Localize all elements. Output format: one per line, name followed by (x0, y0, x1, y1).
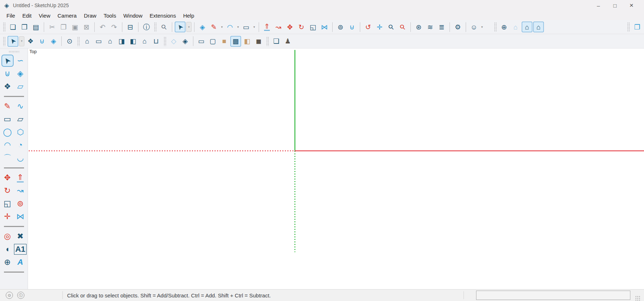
zoom-extents-button[interactable]: ⚲ (397, 22, 408, 32)
line-2-button[interactable]: ✎ (1, 100, 14, 112)
style-back-edges-button[interactable]: ◈ (180, 36, 191, 47)
resize-grip[interactable] (635, 295, 640, 301)
shapes-button[interactable]: ▭ (241, 22, 252, 32)
print-button[interactable]: ⊟ (125, 22, 136, 32)
claim-credits-icon[interactable]: ⓘ (17, 292, 24, 299)
measurements-input[interactable] (476, 291, 630, 300)
person-button[interactable]: ♟ (282, 36, 293, 47)
menu-window[interactable]: Window (120, 11, 146, 20)
menu-camera[interactable]: Camera (54, 11, 80, 20)
view-front-button[interactable]: ⌂ (105, 36, 116, 47)
compass-2-button[interactable]: ⊕ (1, 256, 14, 268)
add-location-button[interactable]: ⊙ (64, 36, 75, 47)
orbit-button[interactable]: ↺ (363, 22, 373, 32)
select-button[interactable]: ➤ (175, 22, 185, 32)
dimensions-button[interactable]: ✖ (14, 230, 27, 242)
rotated-rectangle-button[interactable]: ▱ (14, 113, 27, 125)
geolocation-icon[interactable]: ⊙ (6, 292, 13, 299)
save-file-button[interactable]: ▤ (30, 22, 41, 32)
view-top-button[interactable]: ▭ (93, 36, 104, 47)
copy-button[interactable]: ❐ (58, 22, 69, 32)
components-button[interactable]: ❖ (25, 36, 36, 47)
viewport[interactable]: Top (28, 48, 644, 289)
pie-button[interactable]: ◔ (14, 139, 27, 151)
menu-edit[interactable]: Edit (19, 11, 35, 20)
move-2-button[interactable]: ✥ (1, 172, 14, 184)
menu-extensions[interactable]: Extensions (146, 11, 179, 20)
move-button[interactable]: ✥ (285, 22, 295, 32)
follow-me-2-button[interactable]: ↝ (14, 185, 27, 197)
paste-button[interactable]: ▣ (70, 22, 80, 32)
circle-button[interactable]: ◯ (1, 126, 14, 138)
components-2-button[interactable]: ❖ (1, 80, 14, 93)
eraser-2-button[interactable]: ◈ (48, 36, 59, 47)
follow-me-button[interactable]: ↝ (273, 22, 284, 32)
model-info-button[interactable]: ⓘ (141, 22, 152, 32)
new-page-button[interactable]: ❏ (271, 36, 282, 47)
push-pull-button[interactable]: ⇑ (262, 22, 272, 32)
style-x-ray-button[interactable]: ◇ (168, 36, 179, 47)
flip-button[interactable]: ⋈ (319, 22, 330, 32)
line-button[interactable]: ✎ (208, 22, 219, 32)
extension-2-button[interactable]: ≋ (425, 22, 436, 32)
duplicate-button[interactable]: ❐ (632, 22, 643, 32)
view-left-button[interactable]: ⌂ (139, 36, 150, 47)
offset-2-button[interactable]: ⊚ (14, 198, 27, 210)
select-2-button[interactable]: ➤ (8, 36, 18, 47)
account-dropdown[interactable]: ▾ (480, 25, 484, 29)
style-wireframe-button[interactable]: ▭ (196, 36, 207, 47)
minimize-button[interactable]: – (590, 0, 607, 11)
axes-button[interactable]: ✛ (1, 210, 14, 223)
delete-button[interactable]: ⊠ (81, 22, 92, 32)
view-back-button[interactable]: ◧ (128, 36, 138, 47)
menu-draw[interactable]: Draw (80, 11, 100, 20)
zoom-button[interactable]: ⚲ (386, 22, 396, 32)
menu-tools[interactable]: Tools (100, 11, 120, 20)
push-pull-2-button[interactable]: ⇑ (14, 172, 27, 184)
three-point-arc-button[interactable]: ◡ (14, 152, 27, 164)
select-dropdown-button[interactable]: ▾ (186, 22, 192, 32)
menu-help[interactable]: Help (179, 11, 198, 20)
cut-button[interactable]: ✂ (47, 22, 57, 32)
compass-button[interactable]: ⊕ (499, 22, 509, 32)
polygon-button[interactable]: ⬡ (14, 126, 27, 138)
extension-3-button[interactable]: ≣ (436, 22, 447, 32)
style-shaded-textures-button[interactable]: ▩ (230, 36, 241, 47)
undo-button[interactable]: ↶ (97, 22, 108, 32)
tape-measure-button[interactable]: ◎ (1, 230, 14, 242)
select-2-dropdown-button[interactable]: ▾ (19, 36, 24, 46)
house-outline-button[interactable]: ⌂ (522, 22, 532, 32)
house-solid-button[interactable]: ⌂ (533, 22, 544, 32)
new-file-button[interactable]: ❏ (8, 22, 18, 32)
style-shaded-button[interactable]: ■ (219, 36, 230, 47)
house-wireframe-button[interactable]: ⌂ (510, 22, 521, 32)
style-hidden-line-button[interactable]: ▢ (207, 36, 218, 47)
view-right-button[interactable]: ◨ (116, 36, 127, 47)
extension-manager-button[interactable]: ⚙ (452, 22, 463, 32)
palette-select-button[interactable]: ➤ (1, 55, 14, 67)
pan-button[interactable]: ✛ (374, 22, 385, 32)
rotate-2-button[interactable]: ↻ (1, 185, 14, 197)
text-button[interactable]: A1 (14, 243, 27, 255)
arc-button[interactable]: ◠ (1, 139, 14, 151)
view-iso-button[interactable]: ⌂ (82, 36, 93, 47)
paint-bucket-3-button[interactable]: ⊍ (1, 68, 14, 80)
3d-warehouse-button[interactable]: ⊛ (413, 22, 424, 32)
paint-bucket-button[interactable]: ⊍ (347, 22, 357, 32)
style-monochrome-button[interactable]: ◧ (242, 36, 253, 47)
freehand-button[interactable]: ∿ (14, 100, 27, 112)
two-point-arc-button[interactable]: ⌒ (1, 152, 14, 164)
arcs-button[interactable]: ◠ (225, 22, 235, 32)
maximize-button[interactable]: □ (607, 0, 623, 11)
eraser-3-button[interactable]: ◈ (14, 68, 27, 80)
line-dropdown[interactable]: ▾ (220, 25, 224, 29)
shapes-dropdown[interactable]: ▾ (252, 25, 257, 29)
open-file-button[interactable]: ❒ (19, 22, 30, 32)
rectangle-button[interactable]: ▭ (1, 113, 14, 125)
account-button[interactable]: ☺ (469, 22, 479, 32)
menu-view[interactable]: View (35, 11, 54, 20)
scale-button[interactable]: ◱ (307, 22, 318, 32)
scale-2-button[interactable]: ◱ (1, 198, 14, 210)
three-d-text-button[interactable]: A (14, 256, 27, 268)
view-bottom-button[interactable]: ⊔ (151, 36, 161, 47)
